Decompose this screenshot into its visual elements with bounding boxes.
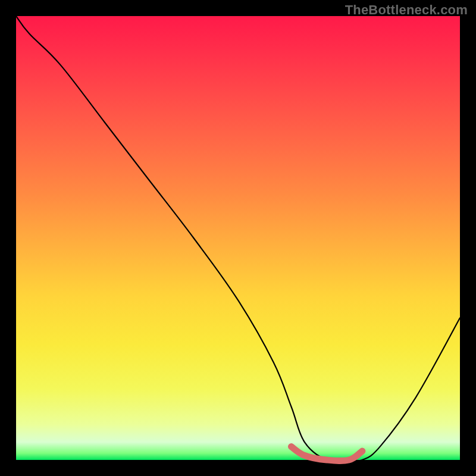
curve-svg [16,16,460,460]
optimal-range-path [292,447,362,461]
watermark-text: TheBottleneck.com [345,2,468,18]
chart-container: TheBottleneck.com [0,0,476,476]
bottleneck-curve-path [16,16,460,461]
plot-area [16,16,460,460]
